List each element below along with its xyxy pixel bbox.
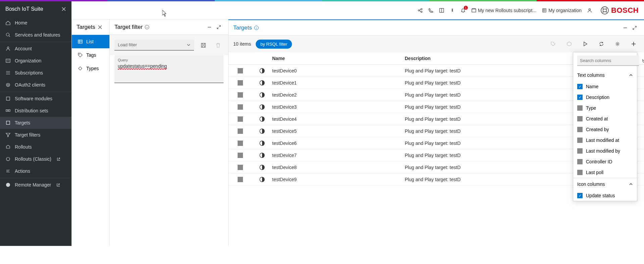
checkbox[interactable] [577, 116, 583, 121]
minimize-icon[interactable] [205, 22, 214, 32]
tag-icon[interactable] [547, 38, 559, 50]
column-option[interactable]: Name [573, 81, 637, 92]
phone-icon[interactable] [426, 5, 436, 16]
organization-selector[interactable]: My organization [539, 8, 584, 13]
subscription-selector[interactable]: My new Rollouts subscript... [468, 8, 539, 13]
chevron-down-icon [187, 43, 191, 47]
sidebar-item-targets[interactable]: Targets [0, 117, 71, 129]
svg-point-1 [7, 47, 9, 49]
sidebar-item-software-modules[interactable]: Software modules [0, 93, 71, 105]
checkbox[interactable] [577, 148, 583, 154]
sidebar-item-remote-manager[interactable]: Remote Manager [0, 179, 71, 191]
tab-tags[interactable]: Tags [72, 48, 109, 62]
sidebar-item-label: Software modules [15, 96, 52, 101]
row-checkbox[interactable] [238, 153, 243, 158]
column-option[interactable]: Description [573, 92, 637, 103]
tab-types[interactable]: Types [72, 62, 109, 75]
box-icon[interactable] [563, 38, 575, 50]
icon-columns-section[interactable]: Icon columns [573, 178, 637, 190]
user-icon[interactable] [584, 5, 595, 16]
row-checkbox[interactable] [238, 80, 243, 86]
sidebar-item-label: Rollouts (Classic) [15, 156, 51, 162]
sidebar-item-home[interactable]: Home [0, 17, 71, 29]
column-option[interactable]: Created at [573, 113, 637, 124]
checkbox[interactable] [577, 159, 583, 164]
notification-badge: 1 [464, 6, 468, 10]
chevron-up-icon [629, 182, 633, 186]
column-option[interactable]: Update status [573, 190, 637, 201]
column-option[interactable]: Controller ID [573, 156, 637, 167]
checkbox[interactable] [577, 84, 583, 89]
row-checkbox[interactable] [238, 104, 243, 110]
search-columns-input[interactable] [577, 56, 639, 66]
sidebar-item-target-filters[interactable]: Target filters [0, 129, 71, 141]
checkbox[interactable] [577, 95, 583, 100]
info-icon[interactable] [145, 25, 149, 30]
checkbox[interactable] [577, 138, 583, 143]
checkbox[interactable] [577, 170, 583, 175]
status-icon [259, 177, 265, 182]
minimize-icon[interactable] [621, 23, 630, 33]
expand-icon[interactable] [630, 23, 639, 33]
subscription-label: My new Rollouts subscript... [478, 8, 536, 13]
row-checkbox[interactable] [238, 165, 243, 170]
sidebar-item-services[interactable]: Services and features [0, 29, 71, 41]
row-checkbox[interactable] [238, 128, 243, 134]
column-option[interactable]: Last poll [573, 167, 637, 178]
tab-label: Types [86, 66, 99, 71]
column-option[interactable]: Created by [573, 124, 637, 135]
column-option[interactable]: Type [573, 103, 637, 113]
bosch-logo: BOSCH [600, 6, 639, 15]
svg-point-3 [6, 83, 10, 87]
row-name: testDevice5 [272, 128, 405, 134]
gear-icon[interactable] [612, 38, 623, 50]
sidebar-item-oauth[interactable]: OAuth2 clients [0, 79, 71, 91]
row-name: testDevice6 [272, 141, 405, 146]
logo-text: BOSCH [611, 6, 639, 15]
bell-icon[interactable]: 1 [458, 5, 468, 16]
legal-icon[interactable] [447, 5, 458, 16]
tab-list[interactable]: List [72, 35, 109, 48]
svg-point-20 [79, 54, 80, 54]
row-checkbox[interactable] [238, 92, 243, 98]
book-icon[interactable] [436, 5, 447, 16]
sidebar-item-rollouts-classic[interactable]: Rollouts (Classic) [0, 153, 71, 165]
svg-rect-23 [201, 43, 205, 47]
query-input[interactable]: Query updatestatus==pending [114, 55, 224, 83]
sidebar-item-actions[interactable]: Actions [0, 165, 71, 177]
sidebar-item-rollouts[interactable]: Rollouts [0, 141, 71, 153]
info-icon[interactable] [254, 25, 259, 30]
refresh-icon[interactable] [596, 38, 607, 50]
checkbox[interactable] [577, 193, 583, 198]
row-checkbox[interactable] [238, 68, 243, 73]
status-icon [259, 153, 265, 158]
save-filter-button[interactable] [198, 40, 209, 51]
play-icon[interactable] [580, 38, 591, 50]
checkbox[interactable] [577, 105, 583, 111]
svg-point-0 [6, 33, 9, 36]
row-checkbox[interactable] [238, 141, 243, 146]
option-label: Last poll [586, 170, 603, 175]
sidebar-item-organization[interactable]: Organization [0, 55, 71, 67]
close-icon[interactable] [95, 22, 105, 32]
delete-filter-button[interactable] [213, 40, 224, 51]
expand-icon[interactable] [214, 22, 224, 32]
column-header-name[interactable]: Name [272, 56, 405, 61]
rsql-filter-chip[interactable]: by RSQL filter [256, 40, 292, 49]
sidebar-item-account[interactable]: Account [0, 43, 71, 55]
checkbox[interactable] [577, 127, 583, 132]
column-option[interactable]: Last modified by [573, 146, 637, 156]
row-checkbox[interactable] [238, 116, 243, 122]
reset-icon[interactable] [642, 57, 644, 65]
organization-label: My organization [548, 8, 582, 13]
plus-icon[interactable] [628, 38, 639, 50]
text-columns-section[interactable]: Text columns [573, 69, 637, 81]
option-label: Controller ID [586, 159, 612, 164]
row-checkbox[interactable] [238, 177, 243, 182]
load-filter-dropdown[interactable]: Load filter [114, 40, 194, 51]
close-icon[interactable] [61, 7, 66, 11]
column-option[interactable]: Last modified at [573, 135, 637, 146]
share-icon[interactable] [415, 5, 426, 16]
sidebar-item-distribution-sets[interactable]: Distribution sets [0, 105, 71, 117]
sidebar-item-subscriptions[interactable]: Subscriptions [0, 67, 71, 79]
